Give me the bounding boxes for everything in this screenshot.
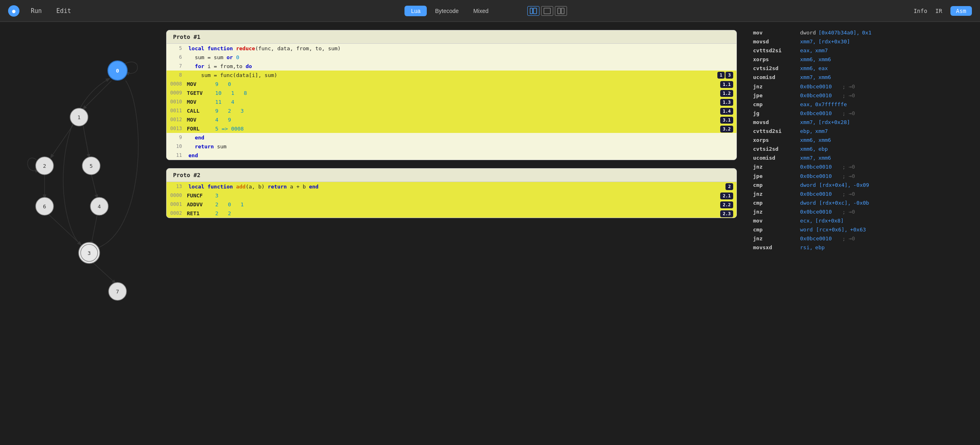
op-args-0010: 11 4: [215, 99, 720, 105]
line-num-7: 7: [167, 63, 187, 69]
proto2-block: Proto #2 13 local function add(a, b) ret…: [166, 168, 737, 218]
op-addr2-0001: 0001: [167, 201, 187, 207]
topbar: ● Run Edit Lua Bytecode Mixed Info: [0, 0, 980, 22]
asm-line-6: jnz 0x0bce0010 ; →0: [753, 82, 972, 91]
view-icon-center[interactable]: [541, 6, 553, 16]
op-name-0012: MOV: [187, 117, 215, 123]
line-num-13: 13: [167, 184, 187, 189]
line-content-13: local function add(a, b) return a + b en…: [187, 184, 725, 190]
asm-line-22: cmp word [rcx+0x6], +0x63: [753, 225, 972, 234]
op-name-0008: MOV: [187, 81, 215, 87]
right-tabs: Info IR Asm: [914, 6, 972, 16]
svg-rect-4: [561, 8, 564, 14]
opline-0009: 0009 TGETV 10 1 8 1.2: [167, 88, 736, 97]
view-icon-split[interactable]: [555, 6, 567, 16]
tab-lua[interactable]: Lua: [404, 6, 427, 16]
opline-0013: 0013 FORL 5 => 0008 3.2: [167, 124, 736, 133]
op-name-0013: FORL: [187, 126, 215, 132]
asm-line-1: movsd xmm7, [rdx+0x30]: [753, 37, 972, 46]
asm-line-3: xorps xmm6, xmm6: [753, 55, 972, 64]
proto1-block: Proto #1 5 local function reduce(func, d…: [166, 30, 737, 160]
tab-ir[interactable]: IR: [935, 8, 942, 14]
proto1-code: 5 local function reduce(func, data, from…: [167, 44, 736, 160]
cfg-graph: 0 1 2 5 6 4 3 7: [8, 30, 162, 334]
op-args2-0001: 2 0 1: [215, 201, 720, 208]
view-icon-left[interactable]: [527, 6, 539, 16]
op-addr-0008: 0008: [167, 81, 187, 87]
op-args-0012: 4 9: [215, 117, 720, 123]
tab-mixed[interactable]: Mixed: [467, 6, 495, 16]
tab-bytecode[interactable]: Bytecode: [428, 6, 465, 16]
svg-rect-0: [530, 8, 533, 14]
asm-line-23: jnz 0x0bce0010 ; →0: [753, 234, 972, 243]
op-addr-0012: 0012: [167, 117, 187, 122]
line-num-6: 6: [167, 54, 187, 60]
asm-line-19: cmp dword [rdx+0xc], -0x0b: [753, 199, 972, 208]
op-args2-0002: 2 2: [215, 210, 720, 216]
op-badge-0013: 3.2: [720, 126, 733, 132]
tab-info[interactable]: Info: [914, 8, 927, 14]
line-content-7: for i = from,to do: [187, 63, 736, 69]
asm-line-11: cvttsd2si ebp, xmm7: [753, 127, 972, 136]
svg-rect-2: [544, 8, 550, 14]
run-button[interactable]: Run: [28, 6, 45, 16]
op-badge2-0001: 2.2: [720, 201, 733, 208]
opline-0011: 0011 CALL 9 2 3 1.4: [167, 106, 736, 115]
proto2-code: 13 local function add(a, b) return a + b…: [167, 182, 736, 218]
edit-button[interactable]: Edit: [53, 6, 74, 16]
asm-line-20: jnz 0x0bce0010 ; →0: [753, 208, 972, 216]
op-addr2-0002: 0002: [167, 210, 187, 216]
code-panel: Proto #1 5 local function reduce(func, d…: [162, 22, 745, 445]
op-name-0009: TGETV: [187, 90, 215, 96]
graph-panel: 0 1 2 5 6 4 3 7: [0, 22, 162, 445]
op-badge-0010: 1.3: [720, 99, 733, 105]
opline2-0000: 0000 FUNCF 3 2.1: [167, 191, 736, 200]
asm-line-15: jnz 0x0bce0010 ; →0: [753, 163, 972, 171]
opline2-0002: 0002 RET1 2 2 2.3: [167, 209, 736, 218]
op-badge-0009: 1.2: [720, 90, 733, 96]
line-num-10: 10: [167, 143, 187, 149]
svg-text:3: 3: [88, 250, 91, 256]
line-content-5: local function reduce(func, data, from, …: [187, 45, 736, 51]
opline2-0001: 0001 ADDVV 2 0 1 2.2: [167, 200, 736, 209]
code-line-9: 9 end: [167, 133, 736, 142]
main-content: 0 1 2 5 6 4 3 7: [0, 22, 980, 445]
badge-3: 3: [725, 72, 733, 79]
svg-text:1: 1: [77, 114, 81, 120]
view-tabs: Lua Bytecode Mixed: [404, 6, 495, 16]
line-8-badges: 1 3: [717, 72, 733, 79]
tab-asm[interactable]: Asm: [950, 6, 972, 16]
line-content-10: return sum: [187, 143, 736, 150]
opline-0010: 0010 MOV 11 4 1.3: [167, 97, 736, 106]
proto2-header: Proto #2: [167, 169, 736, 182]
asm-line-8: cmp eax, 0x7ffffffe: [753, 100, 972, 109]
svg-text:2: 2: [43, 163, 46, 169]
badge-1: 1: [717, 72, 725, 79]
op-name2-0001: ADDVV: [187, 201, 215, 208]
code-line-7: 7 for i = from,to do: [167, 62, 736, 71]
code-line-11: 11 end: [167, 151, 736, 160]
app-icon: ●: [8, 5, 19, 17]
badge-2: 2: [725, 183, 733, 190]
svg-rect-3: [558, 8, 561, 14]
op-name-0010: MOV: [187, 99, 215, 105]
op-addr-0009: 0009: [167, 90, 187, 96]
svg-text:4: 4: [98, 203, 101, 210]
line-num-8: 8: [167, 72, 187, 78]
op-addr-0011: 0011: [167, 108, 187, 113]
svg-text:7: 7: [116, 289, 119, 295]
line-content-8: sum = func(data[i], sum): [187, 72, 717, 78]
svg-rect-1: [533, 8, 537, 14]
opline-0008: 0008 MOV 9 0 1.1: [167, 79, 736, 88]
line-num-5: 5: [167, 45, 187, 51]
svg-text:5: 5: [90, 163, 93, 169]
op-name2-0002: RET1: [187, 210, 215, 216]
line-content-9: end: [187, 135, 736, 141]
asm-line-16: jpe 0x0bce0010 ; →0: [753, 172, 972, 181]
op-args-0008: 9 0: [215, 81, 720, 87]
op-name2-0000: FUNCF: [187, 193, 215, 199]
asm-line-13: cvtsi2sd xmm6, ebp: [753, 145, 972, 154]
op-addr-0010: 0010: [167, 99, 187, 105]
asm-line-5: ucomisd xmm7, xmm6: [753, 73, 972, 82]
op-addr-0013: 0013: [167, 126, 187, 131]
